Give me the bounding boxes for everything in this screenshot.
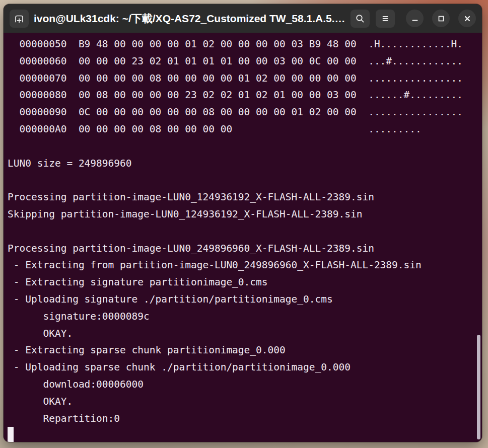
search-button[interactable] xyxy=(351,10,370,28)
terminal-window: ivon@ULk31cdk: ~/下載/XQ-AS72_Customized T… xyxy=(4,4,482,442)
hamburger-menu-icon xyxy=(379,13,391,25)
terminal-output: 00000050 B9 48 00 00 00 00 01 02 00 00 0… xyxy=(4,33,482,427)
new-tab-button[interactable] xyxy=(10,10,29,28)
search-icon xyxy=(354,13,366,25)
terminal-screen[interactable]: 00000050 B9 48 00 00 00 00 01 02 00 00 0… xyxy=(4,33,482,442)
desktop: { "window": { "title": "ivon@ULk31cdk: ~… xyxy=(0,0,488,448)
maximize-button[interactable] xyxy=(432,10,450,27)
new-tab-icon xyxy=(13,13,25,25)
close-button[interactable] xyxy=(458,10,476,27)
maximize-icon xyxy=(435,13,447,25)
minimize-icon xyxy=(409,13,421,25)
close-icon xyxy=(461,13,473,25)
titlebar[interactable]: ivon@ULk31cdk: ~/下載/XQ-AS72_Customized T… xyxy=(4,4,482,33)
window-title: ivon@ULk31cdk: ~/下載/XQ-AS72_Customized T… xyxy=(29,12,351,26)
menu-button[interactable] xyxy=(376,10,395,28)
minimize-button[interactable] xyxy=(406,10,424,27)
scrollbar-thumb[interactable] xyxy=(477,335,480,439)
terminal-block-cursor xyxy=(8,427,14,442)
